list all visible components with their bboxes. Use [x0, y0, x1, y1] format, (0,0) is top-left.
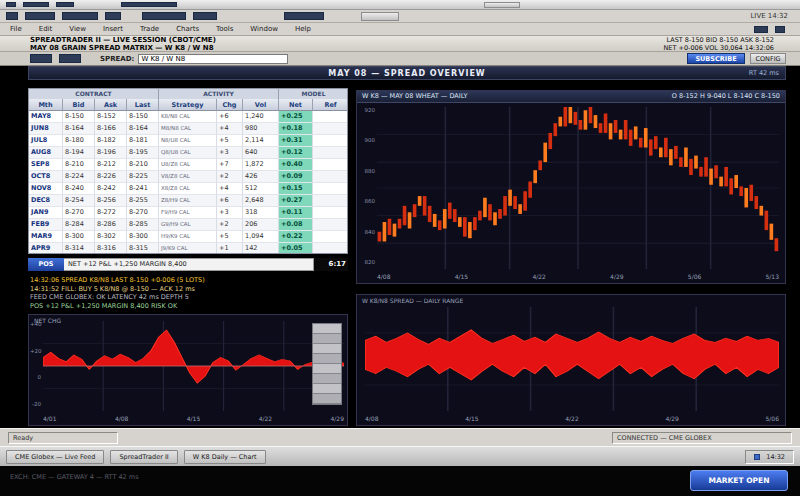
column-header-strategy[interactable]: Strategy — [159, 99, 217, 111]
toolbar-button[interactable] — [62, 12, 98, 20]
spread-input[interactable] — [138, 54, 288, 64]
taskbar-item[interactable]: W K8 Daily — Chart — [184, 450, 266, 464]
menu-charts[interactable]: Charts — [176, 25, 199, 33]
menu-window[interactable]: Window — [250, 25, 278, 33]
table-cell — [313, 219, 348, 231]
table-cell: 8-270 — [127, 207, 159, 219]
side-control-row[interactable] — [313, 384, 341, 394]
column-header-last[interactable]: Last — [127, 99, 159, 111]
table-cell: 8-284 — [63, 219, 95, 231]
table-cell — [313, 243, 348, 254]
table-cell: +0.40 — [279, 159, 313, 171]
table-row[interactable]: MAR98-3008-3028-300H9/K9 CAL+51,094+0.22 — [29, 231, 347, 243]
column-header-vol[interactable]: Vol — [243, 99, 279, 111]
toolbar-button[interactable] — [30, 54, 52, 63]
table-cell: 8-302 — [95, 231, 127, 243]
table-cell: +3 — [217, 207, 243, 219]
toolbar-button[interactable] — [193, 12, 217, 20]
side-control-row[interactable] — [313, 374, 341, 384]
price-chart-title: W K8 — MAY 08 WHEAT — DAILY — [362, 91, 467, 102]
table-cell: 1,094 — [243, 231, 279, 243]
table-cell: H9/K9 CAL — [159, 231, 217, 243]
toolbar-button[interactable] — [284, 12, 324, 20]
menu-tools[interactable]: Tools — [216, 25, 233, 33]
table-row[interactable]: FEB98-2848-2868-285G9/H9 CAL+2206+0.08 — [29, 219, 347, 231]
table-cell: 142 — [243, 243, 279, 254]
table-row[interactable]: DEC88-2548-2568-255Z8/H9 CAL+62,648+0.27 — [29, 195, 347, 207]
side-control-row[interactable] — [313, 334, 341, 344]
side-control-row[interactable] — [313, 354, 341, 364]
side-control-row[interactable] — [313, 344, 341, 354]
band-chart-title: W K8/N8 SPREAD — DAILY RANGE — [362, 297, 463, 304]
table-cell: 8-315 — [127, 243, 159, 254]
column-header-mth[interactable]: Mth — [29, 99, 63, 111]
chart-side-controls[interactable] — [312, 323, 342, 405]
column-header-ask[interactable]: Ask — [95, 99, 127, 111]
table-cell: MAY8 — [29, 111, 63, 123]
tray-icon[interactable] — [754, 454, 760, 460]
table-cell: APR9 — [29, 243, 63, 254]
subscribe-button[interactable]: SUBSCRIBE — [687, 53, 745, 64]
menu-edit[interactable]: Edit — [39, 25, 53, 33]
net-change-chart-panel: NET CHG +40+200-20 4/014/084/154/224/29 — [28, 314, 348, 426]
config-button[interactable]: CONFIG — [750, 53, 786, 64]
price-x-axis: 4/084/154/224/295/065/13 — [377, 272, 779, 282]
window-tab[interactable] — [23, 2, 49, 7]
table-row[interactable]: SEP88-2108-2128-210U8/Z8 CAL+71,872+0.40 — [29, 159, 347, 171]
menu-help[interactable]: Help — [295, 25, 311, 33]
menu-trade[interactable]: Trade — [140, 25, 159, 33]
application-window: LIVE 14:32 FileEditViewInsertTradeCharts… — [0, 0, 800, 496]
side-control-row[interactable] — [313, 324, 341, 334]
table-row[interactable]: NOV88-2408-2428-241X8/Z8 CAL+4512+0.15 — [29, 183, 347, 195]
table-cell: 8-225 — [127, 171, 159, 183]
status-connection: CONNECTED — CME GLOBEX — [612, 432, 792, 444]
window-tab[interactable] — [56, 2, 74, 7]
column-header-net[interactable]: Net — [279, 99, 313, 111]
table-cell: 8-272 — [95, 207, 127, 219]
taskbar-item[interactable]: CME Globex — Live Feed — [6, 450, 104, 464]
axis-tick: 5/06 — [766, 414, 779, 424]
window-tab[interactable] — [121, 2, 177, 7]
column-header-chg[interactable]: Chg — [217, 99, 243, 111]
table-cell: 8-210 — [63, 159, 95, 171]
table-cell: DEC8 — [29, 195, 63, 207]
axis-tick: 4/01 — [43, 414, 56, 424]
table-cell: 2,648 — [243, 195, 279, 207]
table-row[interactable]: OCT88-2248-2268-225V8/Z8 CAL+2426+0.09 — [29, 171, 347, 183]
table-row[interactable]: JUL88-1808-1828-181N8/U8 CAL+52,114+0.31 — [29, 135, 347, 147]
taskbar-item[interactable]: SpreadTrader II — [110, 450, 177, 464]
menu-file[interactable]: File — [10, 25, 22, 33]
band-chart-plot — [365, 307, 779, 411]
table-row[interactable]: JAN98-2708-2728-270F9/H9 CAL+3318+0.11 — [29, 207, 347, 219]
osc-chart-plot — [43, 321, 344, 411]
table-cell: MAR9 — [29, 231, 63, 243]
axis-tick: 920 — [359, 105, 375, 115]
side-control-row[interactable] — [313, 364, 341, 374]
toolbar-button[interactable] — [25, 12, 55, 20]
window-control[interactable] — [484, 2, 520, 8]
workspace: MAY 08 — SPREAD OVERVIEW RT 42 ms CONTRA… — [0, 66, 800, 428]
table-cell: +4 — [217, 183, 243, 195]
menu-view[interactable]: View — [69, 25, 86, 33]
table-cell: +0.31 — [279, 135, 313, 147]
table-cell: 8-300 — [63, 231, 95, 243]
toolbar-button[interactable] — [105, 12, 121, 20]
market-open-button[interactable]: MARKET OPEN — [690, 470, 788, 491]
feed-button[interactable] — [361, 12, 399, 21]
table-row[interactable]: JUN88-1648-1668-164M8/N8 CAL+4980+0.18 — [29, 123, 347, 135]
side-control-row[interactable] — [313, 394, 341, 404]
table-cell: JUL8 — [29, 135, 63, 147]
toolbar-button[interactable] — [142, 12, 186, 20]
table-cell — [313, 171, 348, 183]
menu-insert[interactable]: Insert — [103, 25, 123, 33]
table-row[interactable]: APR98-3148-3168-315J9/K9 CAL+1142+0.05 — [29, 243, 347, 254]
column-header-bid[interactable]: Bid — [63, 99, 95, 111]
menu-extra-button[interactable] — [775, 26, 785, 33]
menu-extra-button[interactable] — [754, 26, 768, 33]
table-row[interactable]: MAY88-1508-1528-150K8/N8 CAL+61,240+0.25 — [29, 111, 347, 123]
table-row[interactable]: AUG88-1948-1968-195Q8/U8 CAL+3640+0.12 — [29, 147, 347, 159]
workspace-title: MAY 08 — SPREAD OVERVIEW — [328, 69, 485, 78]
toolbar-button[interactable] — [59, 54, 81, 63]
column-header-ref[interactable]: Ref — [313, 99, 348, 111]
table-cell — [313, 183, 348, 195]
